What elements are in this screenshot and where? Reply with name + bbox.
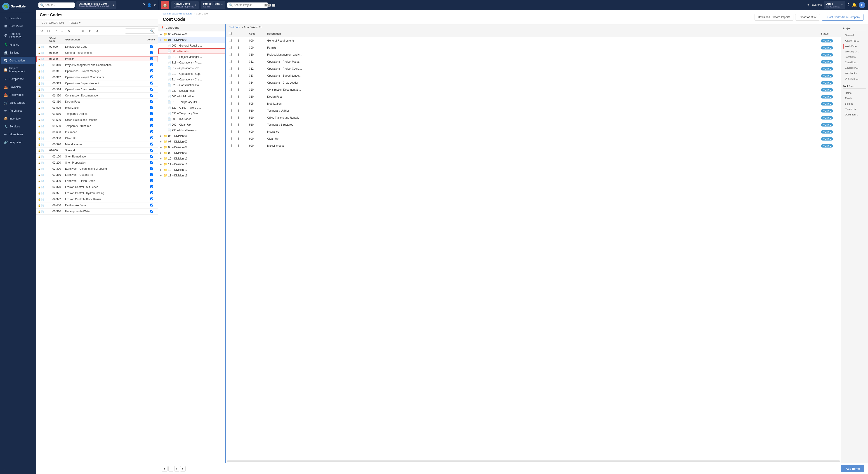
list-item[interactable]: ▶ 📁 08 – Division 08 — [158, 145, 225, 150]
notification-icon[interactable]: 🔔 — [852, 2, 857, 7]
list-item[interactable]: 📄 600 – Insurance — [158, 116, 225, 122]
project-search-box[interactable]: 🔍 Cmd K — [227, 2, 268, 8]
home-button[interactable]: 🏠 — [161, 1, 169, 9]
table-row[interactable]: ℹ 510 Temporary Utilities ACTIVE — [226, 107, 841, 114]
dt-checkbox-cell[interactable] — [226, 65, 235, 72]
user-icon[interactable]: 👤 — [147, 3, 152, 7]
table-row[interactable]: 🔒 📄 02-100 Site– Remediation — [36, 154, 158, 160]
list-item[interactable]: 📄 000 – General Require… — [158, 43, 225, 49]
sidebar-item-inventory[interactable]: 📦 Inventory — [1, 115, 35, 122]
dt-checkbox-cell[interactable] — [226, 44, 235, 51]
table-row[interactable]: ℹ 312 Operations– Project Coord… ACTIVE — [226, 65, 841, 72]
active-checkbox[interactable] — [150, 191, 153, 194]
logo-area[interactable]: 🌿 SweetLife — [0, 0, 36, 13]
row-checkbox[interactable] — [229, 123, 232, 126]
info-icon[interactable]: ℹ — [238, 60, 239, 63]
table-row[interactable]: ℹ 505 Mobilization ACTIVE — [226, 100, 841, 107]
active-cell[interactable] — [146, 74, 158, 81]
dt-checkbox-cell[interactable] — [226, 107, 235, 114]
dt-col-description[interactable]: Description — [265, 30, 818, 37]
table-row[interactable]: 🔒 📄 01-314 Operations– Crew Leader — [36, 87, 158, 93]
toolbar-filter[interactable]: ⊿ — [94, 28, 100, 34]
table-row[interactable]: 🔒 📄 01-990 Miscellaneous — [36, 141, 158, 148]
table-row[interactable]: ℹ 000 General Requirements ACTIVE — [226, 37, 841, 44]
active-cell[interactable] — [146, 93, 158, 99]
active-checkbox[interactable] — [150, 112, 153, 115]
dt-checkbox-cell[interactable] — [226, 79, 235, 86]
help-icon[interactable]: ? — [847, 3, 849, 7]
user-avatar[interactable]: E — [859, 2, 865, 8]
info-icon[interactable]: ℹ — [238, 88, 239, 92]
table-row[interactable]: 🔒 📄 00-000 Default Cost Code — [36, 44, 158, 50]
row-checkbox[interactable] — [229, 67, 232, 70]
sidebar-bottom-more[interactable]: ⋯ — [1, 466, 35, 472]
active-checkbox[interactable] — [150, 88, 153, 91]
list-item[interactable]: ▶ 📁 07 – Division 07 — [158, 139, 225, 145]
table-row[interactable]: 🔒 📄 02-320 Earthwork– Finish Grade — [36, 178, 158, 184]
active-checkbox[interactable] — [150, 124, 153, 127]
table-row[interactable]: ℹ 311 Operations– Project Mana… ACTIVE — [226, 58, 841, 65]
col-active[interactable]: Active — [146, 35, 158, 44]
export-csv-button[interactable]: Export as CSV — [795, 14, 820, 21]
table-row[interactable]: 🔒 📄 01-000 General Requirements — [36, 50, 158, 56]
dt-checkbox-cell[interactable] — [226, 86, 235, 93]
active-cell[interactable] — [146, 68, 158, 74]
active-checkbox[interactable] — [150, 185, 153, 188]
table-row[interactable]: 🔒 📄 02-200 Site– Preparation — [36, 160, 158, 166]
table-row[interactable]: 🔒 📄 02-370 Erosion Control– Silt Fence — [36, 184, 158, 190]
dt-checkbox-cell[interactable] — [226, 37, 235, 44]
active-cell[interactable] — [146, 123, 158, 129]
toolbar-export[interactable]: ⬆ — [87, 28, 93, 34]
toolbar-more[interactable]: ⋯ — [101, 28, 107, 34]
help-icon[interactable]: ? — [143, 3, 145, 7]
active-cell[interactable] — [146, 50, 158, 56]
info-icon[interactable]: ℹ — [238, 123, 239, 127]
active-checkbox[interactable] — [150, 155, 153, 158]
list-item[interactable]: 📄 510 – Temporary Utili… — [158, 99, 225, 105]
dt-checkbox-cell[interactable] — [226, 58, 235, 65]
info-icon[interactable]: ℹ — [238, 95, 239, 98]
list-item[interactable]: 📄 990 – Miscellaneous — [158, 127, 225, 133]
active-cell[interactable] — [146, 56, 158, 62]
table-row[interactable]: 🔒 📄 01-510 Temporary Utilities — [36, 111, 158, 117]
toolbar-add[interactable]: + — [60, 28, 65, 34]
active-checkbox[interactable] — [150, 106, 153, 109]
table-row[interactable]: 🔒 📄 02-000 Sitework — [36, 148, 158, 154]
active-checkbox[interactable] — [150, 197, 153, 200]
table-row[interactable]: ℹ 313 Operations– Superintende… ACTIVE — [226, 72, 841, 79]
table-row[interactable]: 🔒 📄 01-313 Operations– Superintendent — [36, 81, 158, 87]
row-checkbox[interactable] — [229, 74, 232, 77]
pag-prev[interactable]: ‹ — [168, 466, 174, 472]
active-checkbox[interactable] — [150, 75, 153, 78]
active-checkbox[interactable] — [150, 210, 153, 213]
horizontal-scrollbar[interactable] — [227, 461, 840, 462]
toolbar-refresh[interactable]: ↺ — [39, 28, 44, 34]
rs-project-item[interactable]: Equipmen… — [843, 65, 866, 70]
row-checkbox[interactable] — [229, 102, 232, 105]
table-row[interactable]: 🔒 📄 02-400 Earthwork– Boring — [36, 202, 158, 209]
rs-project-item[interactable]: Unit Quan… — [843, 76, 866, 81]
active-cell[interactable] — [146, 202, 158, 209]
sidebar-item-purchases[interactable]: 🛍 Purchases — [1, 107, 35, 115]
table-row[interactable]: ℹ 530 Temporary Structures ACTIVE — [226, 121, 841, 128]
table-row[interactable]: 🔒 📄 01-600 Insurance — [36, 129, 158, 135]
row-checkbox[interactable] — [229, 53, 232, 56]
table-row[interactable]: ℹ 900 Clean Up ACTIVE — [226, 135, 841, 143]
info-icon[interactable]: ℹ — [238, 39, 239, 42]
active-checkbox[interactable] — [150, 45, 153, 48]
toolbar-search-box[interactable]: 🔍 — [125, 29, 155, 34]
project-search-input[interactable] — [234, 3, 263, 6]
dt-checkbox-cell[interactable] — [226, 51, 235, 58]
rs-project-item[interactable]: Webhooks — [843, 71, 866, 76]
active-cell[interactable] — [146, 196, 158, 202]
sidebar-item-sales-orders[interactable]: 🛒 Sales Orders — [1, 99, 35, 107]
table-row[interactable]: 🔒 📄 01-311 Operations– Project Manager — [36, 68, 158, 74]
rs-tool-item[interactable]: Punch Lis… — [843, 107, 866, 112]
row-checkbox[interactable] — [229, 39, 232, 42]
row-checkbox[interactable] — [229, 144, 232, 147]
info-icon[interactable]: ℹ — [238, 74, 239, 77]
list-item[interactable]: 📄 300 – Permits — [158, 49, 225, 54]
list-item[interactable]: ▶ 📁 06 – Division 06 — [158, 133, 225, 139]
table-row[interactable]: 🔒 📄 02-371 Erosion Control– Hydromulchin… — [36, 190, 158, 196]
active-cell[interactable] — [146, 184, 158, 190]
